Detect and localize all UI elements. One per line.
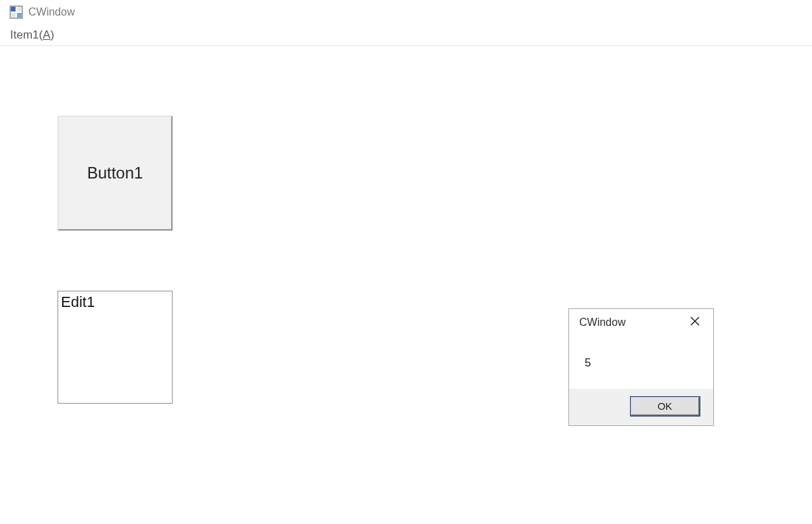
dialog-message: 5 (585, 356, 591, 369)
dialog-close-button[interactable] (687, 314, 703, 331)
button1[interactable]: Button1 (58, 116, 173, 231)
menu-item-label-post: ) (51, 28, 55, 41)
svg-rect-3 (11, 13, 16, 18)
message-dialog: CWindow 5 OK (568, 308, 714, 426)
menu-item-accel: A (43, 28, 50, 41)
app-icon (9, 5, 23, 19)
close-icon (690, 316, 700, 329)
dialog-titlebar: CWindow (569, 309, 713, 336)
window-titlebar: CWindow (0, 0, 812, 24)
dialog-ok-button[interactable]: OK (631, 397, 700, 416)
menu-item-item1[interactable]: Item1(A) (6, 26, 58, 45)
dialog-title: CWindow (579, 316, 625, 329)
svg-rect-2 (17, 7, 22, 11)
button1-label: Button1 (87, 164, 143, 183)
dialog-ok-label: OK (658, 400, 673, 412)
client-area: Button1 CWindow 5 OK (0, 46, 812, 524)
edit1-input[interactable] (58, 291, 173, 404)
menubar: Item1(A) (0, 24, 812, 46)
menu-item-label-pre: Item1( (10, 28, 43, 41)
dialog-body: 5 (569, 336, 713, 389)
svg-rect-1 (11, 7, 16, 11)
dialog-footer: OK (569, 389, 713, 425)
svg-rect-4 (17, 13, 22, 18)
window-title: CWindow (28, 6, 74, 18)
